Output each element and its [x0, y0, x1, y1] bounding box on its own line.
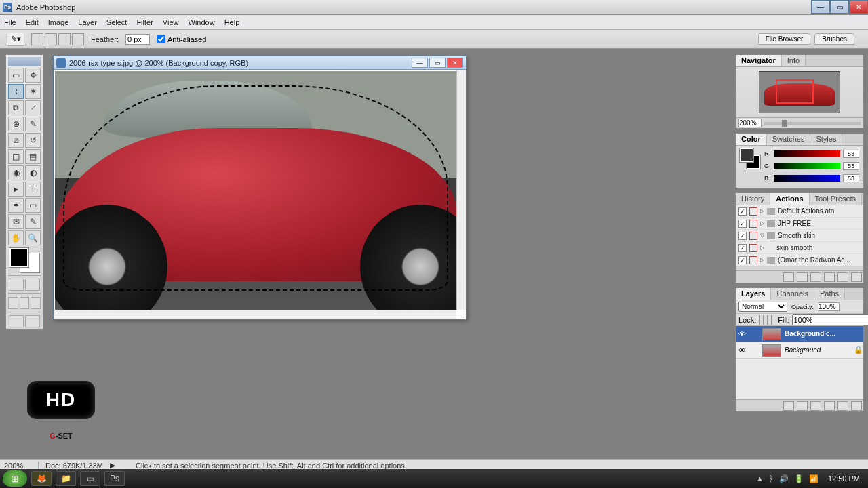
tab-color[interactable]: Color [736, 134, 767, 145]
doc-horizontal-scrollbar[interactable] [54, 310, 456, 319]
start-button[interactable]: ⊞ [3, 470, 27, 487]
slice-tool-icon[interactable]: ⟋ [25, 100, 41, 115]
blend-mode-select[interactable]: Normal [738, 302, 787, 312]
nav-zoom-slider[interactable] [764, 122, 861, 125]
blue-value[interactable]: 53 [843, 174, 859, 182]
type-tool-icon[interactable]: T [25, 182, 41, 197]
jump-buttons[interactable] [8, 315, 41, 327]
file-browser-tab[interactable]: File Browser [758, 33, 811, 45]
lock-pos-icon[interactable] [767, 315, 768, 325]
lasso-tool-icon[interactable]: ⌇ [8, 84, 24, 99]
move-tool-icon[interactable]: ✥ [25, 68, 41, 83]
tab-paths[interactable]: Paths [814, 288, 845, 300]
navigator-thumb[interactable] [759, 71, 840, 113]
taskbar-clock[interactable]: 12:50 PM [823, 474, 865, 483]
taskbar-firefox-icon[interactable]: 🦊 [31, 471, 52, 486]
eyedropper-icon[interactable]: ✎ [25, 214, 41, 229]
doc-close-button[interactable]: ✕ [447, 58, 463, 68]
gradient-tool-icon[interactable]: ▤ [25, 149, 41, 164]
blur-tool-icon[interactable]: ◉ [8, 165, 24, 180]
menu-layer[interactable]: Layer [78, 18, 97, 26]
doc-maximize-button[interactable]: ▭ [429, 58, 446, 68]
dodge-tool-icon[interactable]: ◐ [25, 165, 41, 180]
zoom-tool-icon[interactable]: 🔍 [25, 230, 41, 245]
lock-trans-icon[interactable] [759, 315, 760, 325]
brushes-tab[interactable]: Brushes [814, 33, 854, 45]
action-row[interactable]: ✓▷JHP-FREE [736, 218, 863, 230]
antialias-checkbox[interactable] [157, 35, 165, 43]
menu-file[interactable]: File [4, 18, 16, 26]
tools-palette[interactable]: ▭✥ ⌇✶ ⧉⟋ ⊕✎ ⎚↺ ◫▤ ◉◐ ▸T ✒▭ ✉✎ ✋🔍 [5, 54, 43, 330]
tab-history[interactable]: History [736, 193, 770, 205]
feather-input[interactable] [125, 34, 150, 45]
maximize-button[interactable]: ▭ [830, 0, 849, 14]
status-doc[interactable]: Doc: 679K/1.33M [45, 462, 103, 470]
opacity-input[interactable] [818, 302, 840, 311]
tab-actions[interactable]: Actions [770, 193, 809, 205]
actions-buttons[interactable] [736, 270, 863, 283]
document-canvas[interactable] [55, 71, 456, 310]
menu-window[interactable]: Window [189, 18, 215, 26]
tab-toolpresets[interactable]: Tool Presets [810, 193, 863, 205]
history-brush-icon[interactable]: ↺ [25, 133, 41, 148]
crop-tool-icon[interactable]: ⧉ [8, 100, 24, 115]
menu-view[interactable]: View [163, 18, 179, 26]
taskbar-photoshop-icon[interactable]: Ps [104, 471, 125, 486]
action-row[interactable]: ✓▷Default Actions.atn [736, 205, 863, 218]
pen-tool-icon[interactable]: ✒ [8, 198, 24, 213]
tools-gripper[interactable] [8, 57, 41, 66]
tab-info[interactable]: Info [782, 55, 806, 66]
menu-image[interactable]: Image [48, 18, 69, 26]
quickmask-buttons[interactable] [8, 279, 41, 291]
red-value[interactable]: 53 [843, 150, 859, 158]
status-zoom[interactable]: 200% [4, 462, 31, 470]
doc-minimize-button[interactable]: — [412, 58, 428, 68]
menu-edit[interactable]: Edit [26, 18, 39, 26]
eraser-tool-icon[interactable]: ◫ [8, 149, 24, 164]
marquee-tool-icon[interactable]: ▭ [8, 68, 24, 83]
tab-channels[interactable]: Channels [771, 288, 814, 300]
color-swatch[interactable] [9, 248, 39, 272]
tab-layers[interactable]: Layers [736, 288, 771, 300]
path-tool-icon[interactable]: ▸ [8, 182, 24, 197]
system-tray[interactable]: ▲ᛒ🔊🔋📶 [756, 474, 818, 483]
brush-tool-icon[interactable]: ✎ [25, 117, 41, 131]
action-row[interactable]: ✓▽Smooth skin [736, 230, 863, 242]
tab-swatches[interactable]: Swatches [767, 134, 811, 145]
screenmode-buttons[interactable] [8, 297, 41, 309]
blue-slider[interactable] [774, 175, 840, 182]
shape-tool-icon[interactable]: ▭ [25, 198, 41, 213]
layer-row[interactable]: 👁Background c... [736, 326, 863, 342]
layer-row[interactable]: 👁Background🔒 [736, 342, 863, 359]
layers-buttons[interactable] [736, 399, 863, 411]
menu-select[interactable]: Select [106, 18, 127, 26]
green-value[interactable]: 53 [843, 162, 859, 170]
selection-mode-buttons[interactable] [31, 33, 84, 45]
taskbar-explorer-icon[interactable]: 📁 [56, 471, 76, 486]
network-icon: 📶 [809, 474, 818, 483]
lock-paint-icon[interactable] [763, 315, 764, 325]
stamp-tool-icon[interactable]: ⎚ [8, 133, 24, 148]
notes-tool-icon[interactable]: ✉ [8, 214, 24, 229]
wand-tool-icon[interactable]: ✶ [25, 84, 41, 99]
hand-tool-icon[interactable]: ✋ [8, 230, 24, 245]
current-tool-icon[interactable]: ✎▾ [7, 33, 24, 46]
taskbar-app-icon[interactable]: ▭ [80, 471, 100, 486]
action-row[interactable]: ✓▷(Omar the Radwan Ac... [736, 254, 863, 266]
menu-filter[interactable]: Filter [136, 18, 153, 26]
heal-tool-icon[interactable]: ⊕ [8, 117, 24, 131]
close-button[interactable]: ✕ [849, 0, 868, 14]
action-row[interactable]: ✓▷skin smooth [736, 242, 863, 254]
tab-navigator[interactable]: Navigator [736, 55, 782, 66]
document-titlebar[interactable]: 2006-rsx-type-s.jpg @ 200% (Background c… [54, 56, 466, 70]
color-swatch-panel[interactable] [740, 148, 760, 169]
fill-input[interactable] [792, 314, 868, 325]
doc-vertical-scrollbar[interactable] [456, 70, 466, 310]
red-slider[interactable] [774, 150, 840, 157]
lock-all-icon[interactable] [771, 315, 772, 325]
green-slider[interactable] [774, 163, 840, 169]
minimize-button[interactable]: — [811, 0, 830, 14]
tab-styles[interactable]: Styles [810, 134, 842, 145]
nav-zoom-input[interactable] [738, 119, 762, 127]
menu-help[interactable]: Help [224, 18, 240, 26]
